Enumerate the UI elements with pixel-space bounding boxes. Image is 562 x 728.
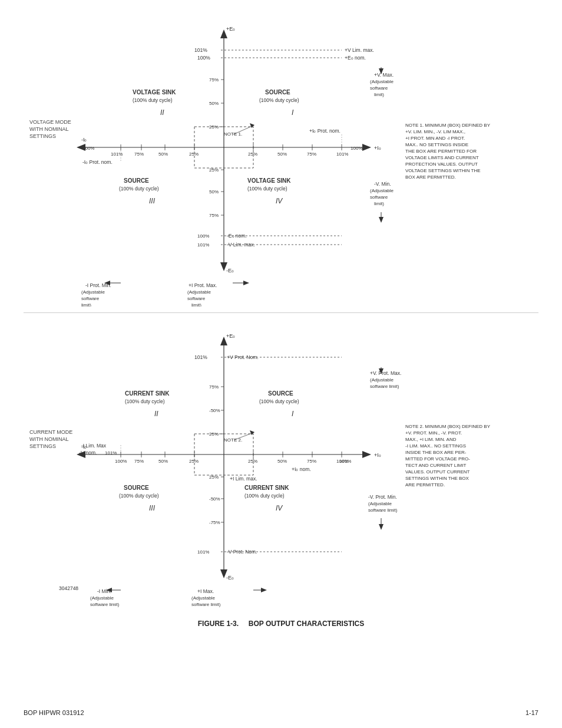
svg-text:II: II <box>154 410 158 418</box>
svg-text:-I Lim. Max: -I Lim. Max <box>81 443 107 449</box>
svg-text:+I₀: +I₀ <box>374 145 381 151</box>
svg-text:BOX ARE PERMITTED.: BOX ARE PERMITTED. <box>405 174 456 180</box>
svg-text:(100% duty cycle): (100% duty cycle) <box>259 398 299 404</box>
svg-marker-105 <box>243 281 249 285</box>
svg-text:NOTE 1.: NOTE 1. <box>224 131 242 137</box>
svg-text:100%: 100% <box>115 459 127 464</box>
svg-text:WITH NOMINAL: WITH NOMINAL <box>29 436 69 442</box>
svg-text:I: I <box>292 410 294 418</box>
svg-text:CURRENT SINK: CURRENT SINK <box>244 485 289 491</box>
svg-text:100%: 100% <box>197 233 209 239</box>
svg-marker-80 <box>379 217 384 223</box>
footer-right: 1-17 <box>525 709 538 716</box>
svg-text:-I LIM. MAX.. NO SETTINGS: -I LIM. MAX.. NO SETTINGS <box>405 443 466 449</box>
svg-text:+I₀ Prot. nom.: +I₀ Prot. nom. <box>309 128 340 134</box>
svg-text:(Adjustable: (Adjustable <box>90 595 114 601</box>
svg-text:50%: 50% <box>209 189 219 195</box>
svg-text:INSIDE  THE BOX ARE PER-: INSIDE THE BOX ARE PER- <box>405 450 467 455</box>
svg-text:(100% duty cycle): (100% duty cycle) <box>259 97 299 103</box>
svg-text:software limit): software limit) <box>370 384 399 389</box>
svg-marker-114 <box>362 451 371 458</box>
svg-text:-E₀ nom.: -E₀ nom. <box>227 233 247 239</box>
svg-text:+I Lim. max.: +I Lim. max. <box>230 476 257 482</box>
svg-text:(Adjustable: (Adjustable <box>191 595 216 601</box>
svg-text:101%: 101% <box>111 151 123 157</box>
svg-text:+E₀: +E₀ <box>226 26 235 32</box>
svg-text:SOURCE: SOURCE <box>268 390 293 397</box>
svg-text:+V. Prot. Max.: +V. Prot. Max. <box>370 370 401 376</box>
svg-text:-V. Prot. Min.: -V. Prot. Min. <box>368 494 397 500</box>
svg-text:VOLTAGE LIMITS AND CURRENT: VOLTAGE LIMITS AND CURRENT <box>405 155 479 160</box>
svg-text:101%: 101% <box>336 151 348 157</box>
svg-text:-I₀: -I₀ <box>81 137 87 143</box>
svg-text:100%: 100% <box>82 146 94 151</box>
svg-marker-183 <box>379 524 384 530</box>
svg-text:75%: 75% <box>209 384 219 390</box>
svg-text:-75%: -75% <box>209 520 220 525</box>
svg-marker-207 <box>261 588 267 592</box>
svg-text:+E₀: +E₀ <box>226 333 235 339</box>
svg-text:software limit): software limit) <box>368 508 398 513</box>
svg-text:101%: 101% <box>105 450 117 456</box>
svg-text:limit): limit) <box>81 302 91 307</box>
svg-text:100%: 100% <box>197 55 210 61</box>
svg-text:75%: 75% <box>134 459 144 464</box>
svg-text:software: software <box>370 195 388 200</box>
svg-text:50%: 50% <box>158 151 168 157</box>
svg-text:(100% duty cycle): (100% duty cycle) <box>119 493 159 499</box>
svg-text:-E₀: -E₀ <box>226 268 234 274</box>
svg-marker-83 <box>250 123 254 128</box>
svg-text:75%: 75% <box>307 151 316 157</box>
svg-text:50%: 50% <box>158 459 168 464</box>
divider <box>24 312 538 313</box>
svg-text:limit): limit) <box>191 302 201 307</box>
svg-text:50%: 50% <box>277 459 287 464</box>
svg-text:VOLTAGE SINK: VOLTAGE SINK <box>133 89 176 95</box>
svg-text:3042748: 3042748 <box>59 585 78 591</box>
svg-text:-V. Min.: -V. Min. <box>374 181 391 187</box>
svg-text:software: software <box>370 85 388 91</box>
svg-text:CURRENT SINK: CURRENT SINK <box>125 390 170 397</box>
svg-text:I: I <box>292 108 294 117</box>
svg-text:-V Lim. max.: -V Lim. max. <box>227 242 255 248</box>
svg-text:software limit): software limit) <box>90 602 120 607</box>
svg-text:-E₀: -E₀ <box>226 575 234 581</box>
svg-text:SOURCE: SOURCE <box>265 89 290 95</box>
svg-text:+I PROT. MIN AND -I PROT.: +I PROT. MIN AND -I PROT. <box>405 136 465 141</box>
svg-text:+I Prot. Max.: +I Prot. Max. <box>189 282 217 288</box>
svg-text:+E₀ nom.: +E₀ nom. <box>345 55 366 61</box>
figure-title: BOP OUTPUT CHARACTERISTICS <box>249 620 364 628</box>
svg-text:PROTECTION VALUES. OUTPUT: PROTECTION VALUES. OUTPUT <box>405 162 478 167</box>
svg-text:III: III <box>149 197 156 205</box>
svg-text:(Adjustable: (Adjustable <box>81 289 105 295</box>
svg-text:(Adjustable: (Adjustable <box>370 79 394 84</box>
svg-text:50%: 50% <box>277 151 287 157</box>
svg-text:75%: 75% <box>209 77 219 83</box>
top-diagram: VOLTAGE MODE WITH NOMINAL SETTINGS +E₀ 1… <box>24 18 538 307</box>
svg-text:+I₀ nom.: +I₀ nom. <box>292 466 311 472</box>
svg-text:II: II <box>160 108 164 117</box>
svg-text:software limit): software limit) <box>191 602 221 607</box>
svg-text:-50%: -50% <box>209 496 220 502</box>
svg-text:THE BOX ARE PERMITTED FOR: THE BOX ARE PERMITTED FOR <box>405 149 477 154</box>
svg-text:50%: 50% <box>209 101 219 106</box>
svg-text:software: software <box>187 296 206 301</box>
svg-marker-6 <box>362 144 371 151</box>
svg-text:(100% duty cycle): (100% duty cycle) <box>247 186 287 192</box>
svg-text:101%: 101% <box>194 354 207 360</box>
svg-text:+V. LIM. MIN., -V. LIM MAX.,: +V. LIM. MIN., -V. LIM MAX., <box>405 129 465 134</box>
svg-text:101%: 101% <box>197 549 209 555</box>
svg-text:SOURCE: SOURCE <box>124 177 149 184</box>
svg-text:SOURCE: SOURCE <box>124 485 149 491</box>
footer-left: BOP HIPWR 031912 <box>24 709 84 716</box>
svg-marker-196 <box>250 430 254 435</box>
svg-text:NOTE 2. MINIMUM (BOX) DEFINED : NOTE 2. MINIMUM (BOX) DEFINED BY <box>405 424 491 429</box>
svg-text:(Adjustable: (Adjustable <box>187 289 211 295</box>
svg-text:-V Prot. Nom.: -V Prot. Nom. <box>227 549 257 555</box>
svg-text:(100% duty cycle): (100% duty cycle) <box>133 97 173 103</box>
svg-text:25%: 25% <box>248 459 257 464</box>
svg-text:100%: 100% <box>351 146 362 151</box>
svg-text:101%: 101% <box>339 459 351 464</box>
svg-text:+V Prot. Nom.: +V Prot. Nom. <box>227 354 259 360</box>
svg-text:(Adjustable: (Adjustable <box>370 377 394 383</box>
